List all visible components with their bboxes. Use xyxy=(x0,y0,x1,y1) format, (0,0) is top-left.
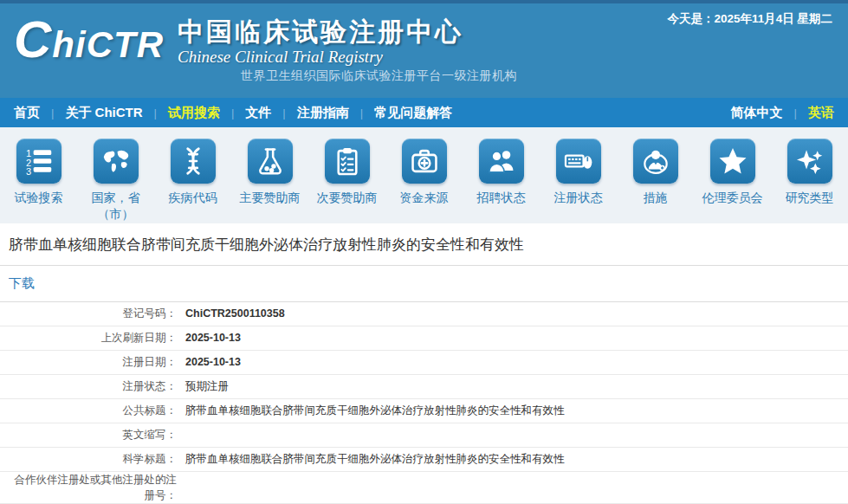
iconbar-item-label: 国家，省（市） xyxy=(89,190,143,223)
iconbar-item-label: 注册状态 xyxy=(554,190,603,206)
row-label: 注册状态： xyxy=(7,378,177,394)
nav-items: 首页|关于 ChiCTR|试用搜索|文件|注册指南|常见问题解答 xyxy=(14,105,731,121)
nav-separator: | xyxy=(360,107,363,120)
row-value: 脐带血单核细胞联合脐带间充质干细胞外泌体治疗放射性肺炎的安全性和有效性 xyxy=(177,403,848,418)
star-icon xyxy=(710,139,755,184)
iconbar-item-secondary-sponsor[interactable]: 次要赞助商 xyxy=(308,127,385,223)
iconbar-item-interventions[interactable]: 措施 xyxy=(617,127,694,223)
row-value: 脐带血单核细胞联合脐带间充质干细胞外泌体治疗放射性肺炎的安全性和有效性 xyxy=(177,451,848,467)
iconbar-item-label: 次要赞助商 xyxy=(317,190,378,206)
clipboard-checklist-icon xyxy=(325,139,370,184)
who-registry-subtitle: 世界卫生组织国际临床试验注册平台一级注册机构 xyxy=(241,68,517,84)
lang-simplified-chinese[interactable]: 简体中文 xyxy=(731,105,783,121)
sparkles-icon xyxy=(787,139,832,184)
iconbar: 123试验搜索国家，省（市）疾病代码主要赞助商次要赞助商资金来源招聘状态注册状态… xyxy=(0,127,848,223)
iconbar-item-label: 资金来源 xyxy=(400,190,449,206)
trial-table: 登记号码：ChiCTR2500110358上次刷新日期：2025-10-13注册… xyxy=(0,302,848,504)
iconbar-item-trial-search[interactable]: 123试验搜索 xyxy=(0,127,77,223)
site-title-english: Chinese Clinical Trial Registry xyxy=(178,48,463,67)
iconbar-item-label: 措施 xyxy=(644,190,668,206)
nav-separator: | xyxy=(154,107,157,120)
iconbar-item-recruiting-status[interactable]: 招聘状态 xyxy=(463,127,540,223)
row-label: 合作伙伴注册处或其他注册处的注册号： xyxy=(7,472,177,503)
table-row: 合作伙伴注册处或其他注册处的注册号： xyxy=(0,472,848,504)
trial-title: 脐带血单核细胞联合脐带间充质干细胞外泌体治疗放射性肺炎的安全性和有效性 xyxy=(0,223,848,266)
row-label: 上次刷新日期： xyxy=(7,330,177,346)
iconbar-item-country-province[interactable]: 国家，省（市） xyxy=(77,127,154,223)
doctor-icon xyxy=(633,139,678,184)
download-row: 下载 xyxy=(0,266,848,302)
table-row: 注册日期：2025-10-13 xyxy=(0,351,848,375)
content: 脐带血单核细胞联合脐带间充质干细胞外泌体治疗放射性肺炎的安全性和有效性 下载 登… xyxy=(0,223,848,504)
flask-icon xyxy=(248,139,293,184)
row-value: ChiCTR2500110358 xyxy=(177,306,848,321)
navbar: 首页|关于 ChiCTR|试用搜索|文件|注册指南|常见问题解答 简体中文|英语 xyxy=(0,98,848,127)
header: 今天是：2025年11月4日 星期二 ChiCTR 中国临床试验注册中心 Chi… xyxy=(0,0,848,98)
row-value: 2025-10-13 xyxy=(177,354,848,370)
language-switcher: 简体中文|英语 xyxy=(731,105,834,121)
site-title-chinese: 中国临床试验注册中心 xyxy=(178,16,463,48)
row-value: 预期注册 xyxy=(177,378,848,394)
row-label: 英文缩写： xyxy=(7,427,177,443)
first-aid-kit-icon xyxy=(402,139,447,184)
iconbar-item-label: 招聘状态 xyxy=(477,190,526,206)
nav-item-faq[interactable]: 常见问题解答 xyxy=(374,105,452,121)
svg-text:3: 3 xyxy=(26,166,31,177)
nav-item-trial-search[interactable]: 试用搜索 xyxy=(168,105,220,121)
table-row: 注册状态：预期注册 xyxy=(0,375,848,399)
nav-item-home[interactable]: 首页 xyxy=(14,105,40,121)
iconbar-item-label: 研究类型 xyxy=(786,190,834,206)
iconbar-item-label: 试验搜索 xyxy=(15,190,63,206)
iconbar-item-study-type[interactable]: 研究类型 xyxy=(771,127,848,223)
table-row: 科学标题：脐带血单核细胞联合脐带间充质干细胞外泌体治疗放射性肺炎的安全性和有效性 xyxy=(0,448,848,472)
iconbar-item-primary-sponsor[interactable]: 主要赞助商 xyxy=(231,127,308,223)
iconbar-item-source-of-funding[interactable]: 资金来源 xyxy=(385,127,463,223)
row-label: 登记号码： xyxy=(7,306,177,321)
nav-separator: | xyxy=(794,107,797,120)
table-row: 英文缩写： xyxy=(0,423,848,448)
iconbar-item-ethics-committee[interactable]: 伦理委员会 xyxy=(694,127,771,223)
iconbar-item-registration-status[interactable]: 注册状态 xyxy=(540,127,617,223)
row-value: 2025-10-13 xyxy=(177,330,848,346)
iconbar-item-label: 疾病代码 xyxy=(169,190,217,206)
today-date-label: 今天是：2025年11月4日 星期二 xyxy=(667,11,832,27)
row-label: 注册日期： xyxy=(7,354,177,370)
iconbar-item-label: 主要赞助商 xyxy=(240,190,301,206)
table-row: 上次刷新日期：2025-10-13 xyxy=(0,326,848,351)
nav-item-registration-guide[interactable]: 注册指南 xyxy=(297,105,349,121)
nav-separator: | xyxy=(51,107,54,120)
keyboard-mouse-icon xyxy=(556,139,601,184)
world-map-icon xyxy=(94,139,139,184)
lang-english[interactable]: 英语 xyxy=(808,105,834,121)
iconbar-item-disease-code[interactable]: 疾病代码 xyxy=(154,127,231,223)
nav-separator: | xyxy=(282,107,285,120)
iconbar-item-label: 伦理委员会 xyxy=(702,190,763,206)
table-row: 公共标题：脐带血单核细胞联合脐带间充质干细胞外泌体治疗放射性肺炎的安全性和有效性 xyxy=(0,399,848,423)
numbered-list-icon: 123 xyxy=(16,139,61,184)
download-link[interactable]: 下载 xyxy=(9,275,35,290)
dna-icon xyxy=(171,139,216,184)
chictr-logo[interactable]: ChiCTR xyxy=(14,15,164,70)
people-icon xyxy=(479,139,524,184)
nav-item-documents[interactable]: 文件 xyxy=(245,105,271,121)
row-label: 公共标题： xyxy=(7,403,177,418)
table-row: 登记号码：ChiCTR2500110358 xyxy=(0,302,848,326)
nav-item-about-chictr[interactable]: 关于 ChiCTR xyxy=(65,105,142,121)
site-titles: 中国临床试验注册中心 Chinese Clinical Trial Regist… xyxy=(178,15,463,67)
nav-separator: | xyxy=(231,107,234,120)
row-label: 科学标题： xyxy=(7,451,177,467)
